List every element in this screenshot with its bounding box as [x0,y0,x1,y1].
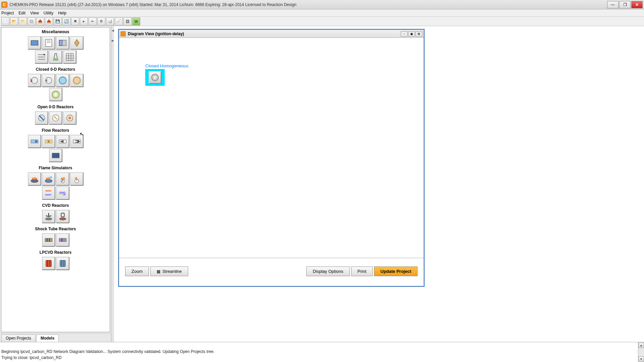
open0d-icon-2[interactable] [49,111,62,125]
tool-export[interactable]: 📤 [45,17,53,25]
misc-icon-4[interactable] [70,36,84,50]
flow-icon-1[interactable] [28,135,41,148]
main-area: Miscellaneous Closed 0-D Reactors [0,26,644,342]
flow-icon-4[interactable] [70,135,84,148]
flame-icon-5[interactable] [42,186,55,200]
misc-icon-2[interactable] [42,36,55,50]
misc-icon-1[interactable] [28,36,41,50]
diagram-close-button[interactable]: ⊠ [416,31,422,37]
section-shock: Shock Tube Reactors [3,227,108,247]
flow-icon-5[interactable] [49,149,62,162]
closed0d-icon-5[interactable] [49,88,62,101]
tab-models[interactable]: Models [36,335,59,342]
tool-image[interactable]: 🖼 [123,17,131,25]
flame-icon-1[interactable] [28,172,41,186]
section-title: Flow Reactors [3,128,108,133]
tool-new[interactable]: 📄 [1,17,9,25]
menu-utility[interactable]: Utility [44,11,53,15]
minimize-button[interactable]: — [607,1,619,8]
tool-run-arrow[interactable]: ▸ [80,17,88,25]
streamline-icon: ▦ [157,269,160,274]
svg-rect-10 [53,58,58,60]
misc-icon-5[interactable] [35,50,48,64]
flame-icon-3[interactable] [56,172,69,186]
svg-point-67 [153,76,157,79]
svg-point-43 [50,176,52,179]
section-title: Closed 0-D Reactors [3,67,108,72]
svg-rect-18 [31,79,32,80]
flow-icon-3[interactable] [56,135,69,148]
svg-point-54 [59,218,66,220]
shock-icon-2[interactable] [56,233,69,247]
scroll-up-icon[interactable]: ▲ [639,343,644,348]
diagram-min-button[interactable]: ▫ [401,31,408,37]
expand-right-icon: ▶ [112,39,114,42]
svg-point-28 [68,117,71,119]
tool-copy[interactable]: ⿻ [28,17,36,25]
streamline-button[interactable]: ▦ Streamline [150,266,188,276]
menu-edit[interactable]: Edit [18,11,25,15]
tool-chart[interactable]: 📊 [106,17,114,25]
open0d-icon-1[interactable] [35,111,48,125]
tool-import[interactable]: 📥 [36,17,44,25]
misc-icon-7[interactable] [63,50,76,64]
closed0d-icon-1[interactable] [28,74,41,87]
cvd-icon-2[interactable] [56,210,69,223]
svg-point-16 [31,77,38,84]
diagram-titlebar[interactable]: Diagram View (ignition-delay) ▫ ▣ ⊠ [119,30,424,38]
section-lpcvd: LPCVD Reactors [3,250,108,270]
section-open-0d: Open 0-D Reactors [3,105,108,125]
tool-open2[interactable]: 📁 [19,17,27,25]
zoom-button[interactable]: Zoom [125,266,149,276]
diagram-canvas[interactable]: Closed Homogeneous [119,38,424,258]
flow-icon-2[interactable] [42,135,55,148]
tool-w[interactable]: W [132,17,140,25]
section-title: LPCVD Reactors [3,250,108,255]
splitter[interactable]: ◀ ▶ [111,26,114,342]
tool-open[interactable]: 📂 [10,17,18,25]
print-button[interactable]: Print [351,266,373,276]
diagram-max-button[interactable]: ▣ [408,31,415,37]
maximize-button[interactable]: ❐ [619,1,631,8]
scroll-down-icon[interactable]: ▼ [639,356,644,362]
section-closed-0d: Closed 0-D Reactors [3,67,108,101]
update-project-button[interactable]: Update Project [374,266,418,276]
svg-rect-63 [60,260,65,267]
reactor-box[interactable] [145,69,165,86]
menu-project[interactable]: Project [1,11,14,15]
svg-line-52 [49,216,51,217]
tool-plot[interactable]: 📈 [115,17,123,25]
menu-help[interactable]: Help [58,11,66,15]
cvd-icon-1[interactable] [42,210,55,223]
svg-point-42 [45,179,52,182]
section-title: Shock Tube Reactors [3,227,108,231]
tool-close[interactable]: ✖ [71,17,79,25]
log-scrollbar[interactable]: ▲ ▼ [638,342,644,362]
reactor-node[interactable]: Closed Homogeneous [145,63,189,86]
tool-post[interactable]: ⚙ [97,17,105,25]
svg-rect-60 [46,260,51,267]
misc-icon-3[interactable] [56,36,69,50]
misc-icon-6[interactable] [49,50,62,64]
display-options-button[interactable]: Display Options [306,266,350,276]
flame-icon-4[interactable] [70,172,84,186]
closed0d-icon-2[interactable] [42,74,55,87]
lpcvd-icon-2[interactable] [56,257,69,270]
tool-pre[interactable]: ⇤ [89,17,97,25]
flame-icon-6[interactable] [56,186,69,200]
closed0d-icon-4[interactable] [70,74,84,87]
svg-point-53 [45,218,52,220]
open0d-icon-3[interactable] [63,111,76,125]
lpcvd-icon-1[interactable] [42,257,55,270]
shock-icon-1[interactable] [42,233,55,247]
flame-icon-2[interactable] [42,172,55,186]
closed0d-icon-3[interactable] [56,74,69,87]
close-button[interactable]: ✕ [631,1,643,8]
tool-save[interactable]: 💾 [54,17,62,25]
menu-view[interactable]: View [30,11,39,15]
diagram-footer: Zoom ▦ Streamline Display Options Print … [119,258,424,285]
tab-open-projects[interactable]: Open Projects [1,335,36,342]
log-text: Beginning lpcvd_carbon_RD Network Diagra… [1,349,214,362]
svg-rect-11 [66,54,73,61]
tool-refresh[interactable]: 🔄 [62,17,70,25]
